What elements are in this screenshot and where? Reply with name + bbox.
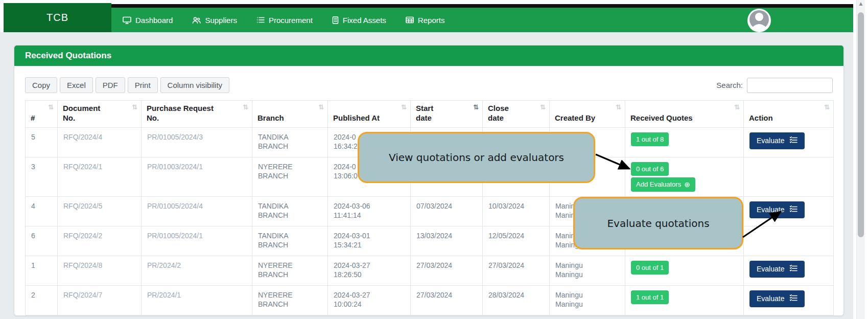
annotation-text: Evaluate quotations [607, 217, 709, 230]
nav-item-label: Suppliers [205, 16, 237, 25]
pdf-button[interactable]: PDF [96, 77, 125, 93]
card-body: CopyExcelPDFPrintColumn visibility Searc… [14, 66, 843, 315]
cell-index: 2 [26, 285, 58, 315]
evaluate-button[interactable]: Evaluate [749, 261, 805, 278]
column-label: Purchase Request [147, 104, 247, 113]
sort-icon[interactable]: ⇅ [824, 103, 830, 111]
column-label: # [31, 113, 52, 123]
column-header-action[interactable]: ⇅Action [744, 101, 834, 128]
copy-button[interactable]: Copy [25, 77, 57, 93]
cell-received-quotes: 1 out of 1 [625, 285, 744, 315]
list-check-icon [789, 136, 797, 145]
sort-icon[interactable]: ⇅ [734, 103, 740, 111]
cell-created-by: ManinguManingu [550, 285, 625, 315]
table-row: 2RFQ/2024/7PR/2024/1NYEREREBRANCH2024-03… [26, 285, 834, 315]
scrollbar-thumb[interactable] [858, 12, 864, 237]
nav-item-reports[interactable]: Reports [406, 16, 445, 25]
cell-created-by: ManinguManingu [550, 256, 625, 285]
person-icon [749, 9, 769, 32]
cell-document-no: RFQ/2024/2 [58, 226, 142, 256]
quotes-count-badge: 0 out of 1 [631, 261, 669, 275]
cell-document-no: RFQ/2024/7 [58, 285, 142, 315]
evaluate-button[interactable]: Evaluate [749, 132, 805, 149]
brand-logo[interactable]: TCB [4, 3, 111, 32]
sort-icon[interactable]: ⇅ [616, 103, 621, 111]
sort-icon[interactable]: ⇅ [48, 103, 54, 111]
nav-item-procurement[interactable]: Procurement [256, 16, 313, 25]
cell-action: Evaluate [744, 127, 834, 157]
print-button[interactable]: Print [128, 77, 158, 93]
cell-purchase-request-no: PR/01003/2024/1 [142, 157, 252, 196]
cell-action: Evaluate [744, 256, 834, 285]
column-label: No. [63, 113, 136, 123]
nav-item-dashboard[interactable]: Dashboard [123, 16, 173, 25]
search-label: Search: [716, 81, 743, 89]
cell-document-no: RFQ/2024/5 [58, 196, 142, 226]
column-label: Close [488, 104, 544, 113]
sort-icon[interactable]: ⇅ [243, 103, 248, 111]
cell-received-quotes: 1 out of 8 [625, 127, 744, 157]
cell-close-date: 12/05/2024 [483, 226, 550, 256]
column-label: Branch [257, 113, 322, 123]
cell-published-at: 2024-03-0115:34:21 [328, 226, 411, 256]
cell-start-date: 07/03/2024 [411, 196, 483, 226]
column-header-received-quotes[interactable]: ⇅Received Quotes [625, 101, 744, 128]
cell-start-date: 27/03/2024 [411, 285, 483, 315]
excel-button[interactable]: Excel [60, 77, 93, 93]
cell-document-no: RFQ/2024/8 [58, 256, 142, 285]
cell-index: 3 [26, 157, 58, 196]
list-icon [256, 16, 265, 24]
scroll-up-icon[interactable]: ▲ [857, 1, 865, 6]
nav-item-suppliers[interactable]: Suppliers [192, 16, 237, 25]
cell-close-date: 10/03/2024 [483, 196, 550, 226]
cell-received-quotes: 0 out of 6Add Evaluators⊕ [625, 157, 744, 196]
sort-icon[interactable]: ⇅ [132, 103, 137, 111]
sort-icon[interactable]: ⇅ [473, 103, 479, 111]
cell-published-at: 2024-03-0611:41:14 [328, 196, 411, 226]
cell-purchase-request-no: PR/2024/2 [142, 256, 252, 285]
search-input[interactable] [747, 78, 833, 93]
list-check-icon [789, 265, 797, 274]
quotes-count-badge: 1 out of 1 [631, 290, 669, 305]
quotes-count-badge: 1 out of 8 [631, 132, 669, 147]
cell-index: 4 [26, 196, 58, 226]
nav-item-label: Procurement [269, 16, 313, 25]
column-visibility-button[interactable]: Column visibility [160, 77, 230, 93]
nav-item-fixed-assets[interactable]: Fixed Assets [332, 16, 386, 25]
cell-received-quotes: 0 out of 1 [625, 256, 744, 285]
card-header: Received Quotations [14, 45, 843, 66]
add-evaluators-button[interactable]: Add Evaluators⊕ [631, 177, 695, 192]
column-header-document-no-[interactable]: ⇅DocumentNo. [58, 101, 142, 128]
plus-circle-icon: ⊕ [684, 181, 690, 188]
user-avatar[interactable] [747, 9, 771, 32]
column-header-start-date[interactable]: ⇅Startdate [411, 101, 483, 128]
cell-index: 5 [26, 127, 58, 157]
cell-published-at: 2024-03-2710:00:24 [328, 285, 411, 315]
page-title: Received Quotations [25, 51, 111, 61]
annotation-text: View quotations or add evaluators [389, 151, 564, 164]
cell-close-date: 27/03/2024 [483, 256, 550, 285]
sort-icon[interactable]: ⇅ [401, 103, 407, 111]
sort-icon[interactable]: ⇅ [540, 103, 546, 111]
cell-index: 1 [26, 256, 58, 285]
column-label: date [488, 113, 544, 123]
table-icon [406, 16, 414, 24]
top-border-strip [4, 4, 853, 8]
column-header-created-by[interactable]: ⇅Created By [550, 101, 625, 128]
cell-start-date: 27/03/2024 [411, 256, 483, 285]
sort-icon[interactable]: ⇅ [318, 103, 324, 111]
search-wrap: Search: [716, 78, 833, 93]
column-header-published-at[interactable]: ⇅Published At [328, 101, 411, 128]
column-header-branch[interactable]: ⇅Branch [252, 101, 328, 128]
column-header-#[interactable]: ⇅# [26, 101, 58, 128]
cell-close-date: 28/03/2024 [483, 285, 550, 315]
column-header-purchase-request-no-[interactable]: ⇅Purchase RequestNo. [142, 101, 252, 128]
column-label: Received Quotes [630, 113, 738, 123]
list-check-icon [789, 294, 797, 303]
users-icon [192, 16, 201, 24]
page-scrollbar[interactable]: ▲ [856, 0, 865, 319]
nav-item-label: Reports [418, 16, 445, 25]
cell-branch: NYEREREBRANCH [252, 285, 328, 315]
column-header-close-date[interactable]: ⇅Closedate [483, 101, 550, 128]
evaluate-button[interactable]: Evaluate [749, 290, 805, 307]
